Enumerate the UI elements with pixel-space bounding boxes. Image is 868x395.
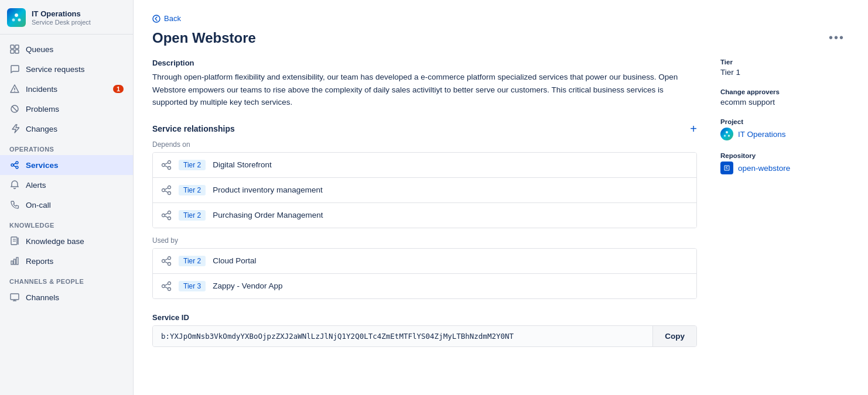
svg-point-37 — [168, 211, 171, 214]
project-section: Project IT Operations — [720, 118, 849, 140]
page-title: Open Webstore — [152, 30, 256, 46]
repository-link[interactable]: open-webstore — [720, 162, 849, 174]
sidebar-item-services[interactable]: Services — [0, 155, 133, 175]
svg-rect-22 — [16, 257, 18, 265]
sidebar-item-reports[interactable]: Reports — [0, 251, 133, 271]
main-content: Back Open Webstore ••• Description Throu… — [134, 0, 868, 395]
svg-line-36 — [165, 191, 168, 193]
service-name: Digital Storefront — [213, 160, 272, 169]
svg-rect-6 — [15, 50, 19, 53]
svg-point-2 — [18, 19, 21, 22]
back-label: Back — [164, 14, 181, 23]
description-text: Through open-platform flexibility and ex… — [152, 71, 697, 109]
problems-label: Problems — [26, 105, 59, 114]
svg-point-44 — [168, 262, 171, 265]
svg-line-50 — [165, 284, 168, 286]
lightning-icon — [9, 123, 20, 134]
content-layout: Description Through open-platform flexib… — [152, 59, 849, 347]
svg-point-28 — [162, 163, 165, 166]
incidents-label: Incidents — [26, 85, 57, 94]
service-id-label: Service ID — [152, 313, 697, 322]
operations-section-label: OPERATIONS — [0, 139, 133, 155]
svg-line-46 — [165, 262, 168, 263]
svg-point-26 — [153, 15, 160, 22]
repo-icon — [720, 162, 733, 174]
svg-point-47 — [168, 281, 171, 284]
alerts-label: Alerts — [26, 181, 46, 190]
tier-badge: Tier 2 — [179, 210, 206, 221]
table-row[interactable]: Tier 3 Zappy - Vendor App — [153, 274, 696, 298]
bar-chart-icon — [9, 256, 20, 266]
monitor-icon — [9, 292, 20, 303]
book-icon — [9, 236, 20, 246]
chat-icon — [9, 64, 20, 74]
sidebar: IT Operations Service Desk project Queue… — [0, 0, 134, 395]
sidebar-item-service-requests[interactable]: Service requests — [0, 59, 133, 79]
tier-badge: Tier 3 — [179, 281, 206, 291]
service-id-box: b:YXJpOmNsb3VkOmdyYXBoOjpzZXJ2aWNlLzJlNj… — [152, 325, 697, 347]
table-row[interactable]: Tier 2 Cloud Portal — [153, 249, 696, 274]
svg-line-35 — [165, 188, 168, 190]
svg-point-52 — [726, 131, 728, 133]
changes-label: Changes — [26, 125, 57, 133]
tier-badge: Tier 2 — [179, 256, 206, 266]
used-by-label: Used by — [152, 236, 697, 245]
table-row[interactable]: Tier 2 Digital Storefront — [153, 153, 696, 178]
share-icon — [9, 160, 20, 170]
sidebar-item-channels[interactable]: Channels — [0, 287, 133, 307]
project-label: Project — [720, 118, 849, 125]
tier-section: Tier Tier 1 — [720, 59, 849, 77]
project-link[interactable]: IT Operations — [720, 128, 849, 140]
svg-point-27 — [168, 160, 171, 163]
depends-on-list: Tier 2 Digital Storefront Tier 2 Product… — [152, 152, 697, 228]
table-row[interactable]: Tier 2 Product inventory management — [153, 178, 696, 203]
service-name: Purchasing Order Management — [213, 211, 323, 219]
svg-line-14 — [13, 163, 16, 164]
description-label: Description — [152, 59, 697, 67]
more-options-button[interactable]: ••• — [824, 29, 849, 47]
phone-icon — [9, 200, 20, 210]
svg-point-39 — [168, 217, 171, 219]
repository-section: Repository open-webstore — [720, 152, 849, 174]
table-row[interactable]: Tier 2 Purchasing Order Management — [153, 203, 696, 228]
copy-button[interactable]: Copy — [652, 326, 696, 346]
meta-sidebar: Tier Tier 1 Change approvers ecomm suppo… — [720, 59, 849, 347]
repository-link-label: open-webstore — [738, 164, 790, 173]
sidebar-header: IT Operations Service Desk project — [0, 0, 133, 35]
svg-point-12 — [11, 164, 13, 166]
queues-label: Queues — [26, 45, 53, 54]
sidebar-item-on-call[interactable]: On-call — [0, 195, 133, 215]
svg-point-0 — [15, 13, 18, 17]
change-approvers-value: ecomm support — [720, 98, 849, 107]
svg-point-8 — [14, 91, 15, 92]
sidebar-item-knowledge-base[interactable]: Knowledge base — [0, 231, 133, 251]
share-node-icon — [161, 210, 172, 221]
svg-point-33 — [162, 188, 165, 191]
project-name: IT Operations — [32, 9, 91, 19]
add-relationship-button[interactable]: + — [690, 123, 697, 135]
sidebar-nav: Queues Service requests Incidents 1 — [0, 35, 133, 312]
svg-line-30 — [165, 163, 168, 164]
svg-rect-4 — [15, 45, 19, 49]
sidebar-item-alerts[interactable]: Alerts — [0, 175, 133, 195]
project-logo — [7, 8, 26, 27]
sidebar-item-incidents[interactable]: Incidents 1 — [0, 79, 133, 99]
svg-point-49 — [168, 287, 171, 290]
svg-line-45 — [165, 259, 168, 260]
back-link[interactable]: Back — [152, 14, 849, 23]
service-name: Product inventory management — [213, 186, 323, 194]
svg-line-40 — [165, 213, 168, 215]
ban-icon — [9, 104, 20, 114]
sidebar-item-problems[interactable]: Problems — [0, 99, 133, 119]
depends-on-label: Depends on — [152, 140, 697, 149]
channels-label: Channels — [26, 293, 59, 302]
svg-rect-3 — [11, 45, 14, 49]
svg-line-10 — [12, 107, 18, 112]
svg-rect-5 — [11, 50, 14, 53]
sidebar-item-queues[interactable]: Queues — [0, 39, 133, 59]
sidebar-item-changes[interactable]: Changes — [0, 119, 133, 139]
service-id-section: Service ID b:YXJpOmNsb3VkOmdyYXBoOjpzZXJ… — [152, 313, 697, 347]
project-logo-small — [720, 128, 733, 140]
svg-point-53 — [724, 135, 726, 136]
svg-line-41 — [165, 216, 168, 218]
